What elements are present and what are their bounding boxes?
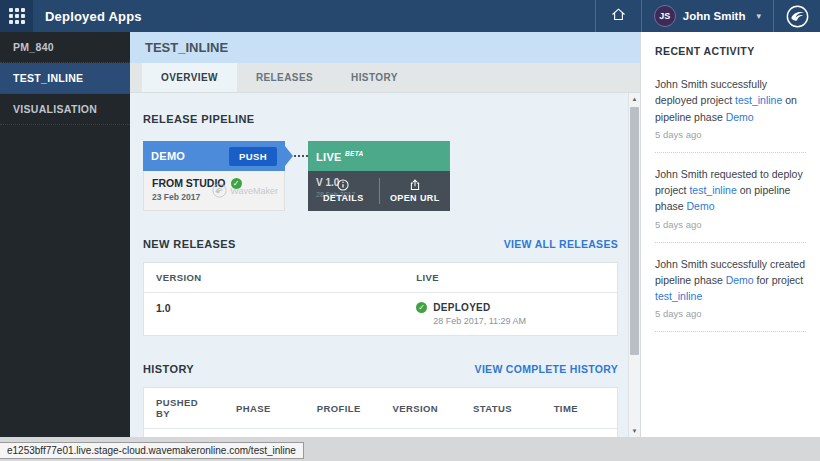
release-pipeline: DEMO PUSH FROM STUDIO ✓ 23 Feb 2017 Wave… — [143, 141, 618, 211]
live-card-body: V 1.0 28 Feb 2017 DETAILS OPEN URL — [308, 171, 450, 211]
activity-divider — [655, 242, 806, 243]
activity-item: John Smith successfully deployed project… — [655, 76, 806, 140]
project-link[interactable]: test_inline — [689, 184, 736, 196]
history-version: 1.0 — [380, 429, 461, 438]
table-row: John Smith Live Live 1.0 Deployed 28 Feb… — [144, 429, 618, 438]
scroll-down-icon[interactable]: ▼ — [629, 425, 640, 437]
table-row: 1.0 ✓ DEPLOYED 28 Feb 2017, 11:29 AM — [144, 293, 618, 336]
main-content: TEST_INLINE OVERVIEW RELEASES HISTORY RE… — [130, 32, 640, 437]
info-icon — [337, 179, 349, 191]
view-complete-history-link[interactable]: VIEW COMPLETE HISTORY — [475, 363, 618, 375]
details-button[interactable]: DETAILS — [308, 171, 379, 211]
column-status: STATUS — [461, 388, 542, 429]
activity-timestamp: 5 days ago — [655, 129, 806, 140]
history-time: 28 Feb 2017, — [542, 429, 618, 438]
column-phase: PHASE — [224, 388, 305, 429]
column-live: LIVE — [404, 263, 617, 293]
watermark-label: WaveMaker — [230, 186, 278, 196]
release-version-cell: 1.0 — [144, 293, 405, 336]
wavemaker-watermark-icon — [212, 183, 227, 198]
column-version: VERSION — [144, 263, 405, 293]
scroll-up-icon[interactable]: ▲ — [629, 93, 640, 105]
tab-bar: OVERVIEW RELEASES HISTORY — [130, 63, 640, 93]
demo-phase-label: DEMO — [151, 150, 185, 162]
live-card-header: LIVE BETA — [308, 141, 450, 171]
activity-item: John Smith requested to deploy project t… — [655, 166, 806, 230]
phase-link[interactable]: Demo — [726, 274, 754, 286]
open-url-button[interactable]: OPEN URL — [380, 171, 451, 211]
view-all-releases-link[interactable]: VIEW ALL RELEASES — [504, 238, 618, 250]
user-menu[interactable]: JS John Smith ▾ — [642, 0, 773, 32]
open-url-icon — [409, 179, 421, 191]
new-releases-heading: NEW RELEASES — [143, 238, 236, 250]
open-url-label: OPEN URL — [390, 193, 440, 203]
recent-activity-panel: RECENT ACTIVITY John Smith successfully … — [640, 32, 820, 437]
app-title: Deployed Apps — [45, 9, 142, 24]
top-bar: Deployed Apps JS John Smith ▾ — [0, 0, 820, 32]
recent-activity-heading: RECENT ACTIVITY — [655, 45, 806, 57]
live-phase-label: LIVE — [316, 150, 342, 162]
activity-timestamp: 5 days ago — [655, 308, 806, 319]
history-table: PUSHED BY PHASE PROFILE VERSION STATUS T… — [143, 387, 618, 437]
deployed-check-icon: ✓ — [416, 302, 427, 313]
tab-releases[interactable]: RELEASES — [237, 63, 332, 92]
deployed-status: DEPLOYED — [433, 302, 526, 313]
activity-divider — [655, 152, 806, 153]
project-link[interactable]: test_inline — [735, 94, 782, 106]
history-status: Deployed — [461, 429, 542, 438]
demo-card-header: DEMO PUSH — [143, 141, 285, 171]
sidebar-item-pm-840[interactable]: PM_840 — [0, 32, 130, 63]
history-heading: HISTORY — [143, 363, 194, 375]
grid-icon — [9, 8, 25, 24]
avatar: JS — [654, 5, 676, 27]
sidebar-item-test-inline[interactable]: TEST_INLINE — [0, 63, 130, 94]
scrollbar-thumb[interactable] — [630, 107, 639, 355]
activity-item: John Smith successfully created pipeline… — [655, 256, 806, 320]
column-version: VERSION — [380, 388, 461, 429]
overview-panel: RELEASE PIPELINE DEMO PUSH FROM STUDIO ✓… — [130, 93, 628, 437]
history-pushed-by: John Smith — [144, 429, 225, 438]
tab-overview[interactable]: OVERVIEW — [142, 63, 237, 92]
sidebar-item-visualisation[interactable]: VISUALISATION — [0, 94, 130, 125]
phase-link[interactable]: Demo — [687, 200, 715, 212]
column-profile: PROFILE — [305, 388, 381, 429]
activity-timestamp: 5 days ago — [655, 219, 806, 230]
history-phase: Live — [224, 429, 305, 438]
live-phase-card: LIVE BETA V 1.0 28 Feb 2017 DETAILS OPEN… — [308, 141, 450, 211]
column-time: TIME — [542, 388, 618, 429]
status-url-tooltip: e1253bff77e01.live.stage-cloud.wavemaker… — [0, 442, 304, 459]
home-icon — [610, 6, 627, 27]
demo-card-body: FROM STUDIO ✓ 23 Feb 2017 WaveMaker — [143, 171, 285, 211]
user-name: John Smith — [683, 10, 746, 22]
pipeline-arrow-icon — [285, 146, 293, 166]
deployed-time: 28 Feb 2017, 11:29 AM — [433, 316, 526, 326]
details-label: DETAILS — [323, 193, 364, 203]
page-title: TEST_INLINE — [130, 32, 640, 63]
sidebar: PM_840 TEST_INLINE VISUALISATION — [0, 32, 130, 437]
demo-phase-card: DEMO PUSH FROM STUDIO ✓ 23 Feb 2017 Wave… — [143, 141, 285, 211]
tab-history[interactable]: HISTORY — [332, 63, 417, 92]
vertical-scrollbar: ▲ ▼ — [628, 93, 640, 437]
column-pushed-by: PUSHED BY — [144, 388, 225, 429]
phase-link[interactable]: Demo — [726, 111, 754, 123]
chevron-down-icon: ▾ — [756, 11, 761, 21]
app-grid-button[interactable] — [0, 0, 33, 32]
new-releases-table: VERSION LIVE 1.0 ✓ DEPLOYED 28 Feb 2017,… — [143, 262, 618, 336]
wavemaker-logo-icon — [774, 0, 820, 32]
release-pipeline-heading: RELEASE PIPELINE — [143, 113, 618, 125]
project-link[interactable]: test_inline — [655, 290, 702, 302]
wavemaker-watermark: WaveMaker — [212, 183, 278, 198]
home-button[interactable] — [596, 0, 641, 32]
activity-divider — [655, 331, 806, 332]
activity-text: for project — [754, 274, 804, 286]
release-live-cell: ✓ DEPLOYED 28 Feb 2017, 11:29 AM — [416, 302, 605, 326]
beta-badge: BETA — [345, 150, 363, 157]
push-button[interactable]: PUSH — [229, 147, 277, 166]
